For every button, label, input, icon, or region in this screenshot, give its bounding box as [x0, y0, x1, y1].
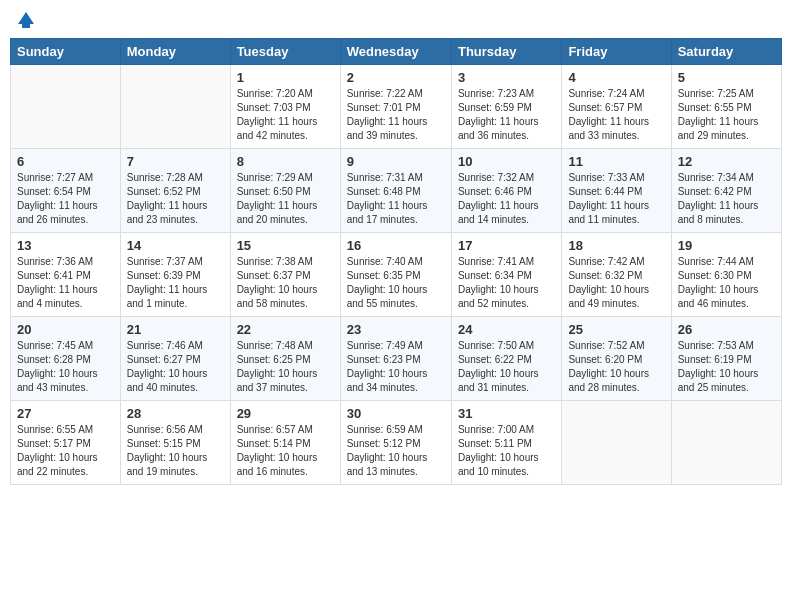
calendar-cell: 10Sunrise: 7:32 AM Sunset: 6:46 PM Dayli… [451, 149, 561, 233]
day-info: Sunrise: 7:38 AM Sunset: 6:37 PM Dayligh… [237, 255, 334, 311]
calendar-cell: 9Sunrise: 7:31 AM Sunset: 6:48 PM Daylig… [340, 149, 451, 233]
calendar-cell [11, 65, 121, 149]
calendar-cell: 4Sunrise: 7:24 AM Sunset: 6:57 PM Daylig… [562, 65, 671, 149]
calendar-cell: 14Sunrise: 7:37 AM Sunset: 6:39 PM Dayli… [120, 233, 230, 317]
day-info: Sunrise: 7:34 AM Sunset: 6:42 PM Dayligh… [678, 171, 775, 227]
calendar-weekday-header: Sunday [11, 39, 121, 65]
day-number: 21 [127, 322, 224, 337]
day-info: Sunrise: 6:56 AM Sunset: 5:15 PM Dayligh… [127, 423, 224, 479]
svg-rect-1 [22, 24, 30, 28]
day-info: Sunrise: 7:37 AM Sunset: 6:39 PM Dayligh… [127, 255, 224, 311]
calendar-cell: 21Sunrise: 7:46 AM Sunset: 6:27 PM Dayli… [120, 317, 230, 401]
day-info: Sunrise: 7:25 AM Sunset: 6:55 PM Dayligh… [678, 87, 775, 143]
day-info: Sunrise: 6:57 AM Sunset: 5:14 PM Dayligh… [237, 423, 334, 479]
calendar-weekday-header: Friday [562, 39, 671, 65]
day-info: Sunrise: 7:50 AM Sunset: 6:22 PM Dayligh… [458, 339, 555, 395]
day-number: 11 [568, 154, 664, 169]
day-info: Sunrise: 7:52 AM Sunset: 6:20 PM Dayligh… [568, 339, 664, 395]
day-info: Sunrise: 7:48 AM Sunset: 6:25 PM Dayligh… [237, 339, 334, 395]
calendar-cell: 23Sunrise: 7:49 AM Sunset: 6:23 PM Dayli… [340, 317, 451, 401]
day-number: 1 [237, 70, 334, 85]
day-number: 4 [568, 70, 664, 85]
day-info: Sunrise: 7:49 AM Sunset: 6:23 PM Dayligh… [347, 339, 445, 395]
day-number: 28 [127, 406, 224, 421]
calendar-cell: 20Sunrise: 7:45 AM Sunset: 6:28 PM Dayli… [11, 317, 121, 401]
calendar-cell: 22Sunrise: 7:48 AM Sunset: 6:25 PM Dayli… [230, 317, 340, 401]
day-number: 13 [17, 238, 114, 253]
day-number: 14 [127, 238, 224, 253]
day-number: 12 [678, 154, 775, 169]
calendar-week-row: 13Sunrise: 7:36 AM Sunset: 6:41 PM Dayli… [11, 233, 782, 317]
day-info: Sunrise: 7:44 AM Sunset: 6:30 PM Dayligh… [678, 255, 775, 311]
day-number: 20 [17, 322, 114, 337]
calendar-cell: 29Sunrise: 6:57 AM Sunset: 5:14 PM Dayli… [230, 401, 340, 485]
calendar-cell: 18Sunrise: 7:42 AM Sunset: 6:32 PM Dayli… [562, 233, 671, 317]
day-number: 10 [458, 154, 555, 169]
calendar-cell: 5Sunrise: 7:25 AM Sunset: 6:55 PM Daylig… [671, 65, 781, 149]
day-info: Sunrise: 7:53 AM Sunset: 6:19 PM Dayligh… [678, 339, 775, 395]
calendar-weekday-header: Monday [120, 39, 230, 65]
calendar-cell: 15Sunrise: 7:38 AM Sunset: 6:37 PM Dayli… [230, 233, 340, 317]
day-info: Sunrise: 7:36 AM Sunset: 6:41 PM Dayligh… [17, 255, 114, 311]
calendar-cell: 26Sunrise: 7:53 AM Sunset: 6:19 PM Dayli… [671, 317, 781, 401]
calendar-cell [120, 65, 230, 149]
day-number: 7 [127, 154, 224, 169]
day-number: 27 [17, 406, 114, 421]
calendar-cell: 3Sunrise: 7:23 AM Sunset: 6:59 PM Daylig… [451, 65, 561, 149]
day-number: 8 [237, 154, 334, 169]
calendar-cell: 12Sunrise: 7:34 AM Sunset: 6:42 PM Dayli… [671, 149, 781, 233]
calendar-week-row: 6Sunrise: 7:27 AM Sunset: 6:54 PM Daylig… [11, 149, 782, 233]
calendar-weekday-header: Wednesday [340, 39, 451, 65]
day-info: Sunrise: 7:42 AM Sunset: 6:32 PM Dayligh… [568, 255, 664, 311]
day-info: Sunrise: 6:55 AM Sunset: 5:17 PM Dayligh… [17, 423, 114, 479]
calendar-cell: 6Sunrise: 7:27 AM Sunset: 6:54 PM Daylig… [11, 149, 121, 233]
day-info: Sunrise: 7:32 AM Sunset: 6:46 PM Dayligh… [458, 171, 555, 227]
day-info: Sunrise: 7:23 AM Sunset: 6:59 PM Dayligh… [458, 87, 555, 143]
calendar-weekday-header: Saturday [671, 39, 781, 65]
calendar-cell: 2Sunrise: 7:22 AM Sunset: 7:01 PM Daylig… [340, 65, 451, 149]
logo-icon [16, 10, 36, 30]
calendar-week-row: 27Sunrise: 6:55 AM Sunset: 5:17 PM Dayli… [11, 401, 782, 485]
calendar-week-row: 20Sunrise: 7:45 AM Sunset: 6:28 PM Dayli… [11, 317, 782, 401]
day-number: 16 [347, 238, 445, 253]
calendar-weekday-header: Tuesday [230, 39, 340, 65]
day-info: Sunrise: 7:00 AM Sunset: 5:11 PM Dayligh… [458, 423, 555, 479]
day-number: 18 [568, 238, 664, 253]
page-header [10, 10, 782, 30]
day-info: Sunrise: 7:41 AM Sunset: 6:34 PM Dayligh… [458, 255, 555, 311]
day-info: Sunrise: 7:28 AM Sunset: 6:52 PM Dayligh… [127, 171, 224, 227]
calendar-cell: 1Sunrise: 7:20 AM Sunset: 7:03 PM Daylig… [230, 65, 340, 149]
calendar-cell: 7Sunrise: 7:28 AM Sunset: 6:52 PM Daylig… [120, 149, 230, 233]
day-number: 15 [237, 238, 334, 253]
calendar-cell: 24Sunrise: 7:50 AM Sunset: 6:22 PM Dayli… [451, 317, 561, 401]
calendar-cell: 8Sunrise: 7:29 AM Sunset: 6:50 PM Daylig… [230, 149, 340, 233]
day-info: Sunrise: 7:29 AM Sunset: 6:50 PM Dayligh… [237, 171, 334, 227]
day-info: Sunrise: 7:22 AM Sunset: 7:01 PM Dayligh… [347, 87, 445, 143]
day-number: 2 [347, 70, 445, 85]
calendar-table: SundayMondayTuesdayWednesdayThursdayFrid… [10, 38, 782, 485]
calendar-week-row: 1Sunrise: 7:20 AM Sunset: 7:03 PM Daylig… [11, 65, 782, 149]
day-number: 3 [458, 70, 555, 85]
day-number: 26 [678, 322, 775, 337]
day-number: 9 [347, 154, 445, 169]
day-number: 24 [458, 322, 555, 337]
calendar-cell: 16Sunrise: 7:40 AM Sunset: 6:35 PM Dayli… [340, 233, 451, 317]
day-info: Sunrise: 7:40 AM Sunset: 6:35 PM Dayligh… [347, 255, 445, 311]
day-info: Sunrise: 7:45 AM Sunset: 6:28 PM Dayligh… [17, 339, 114, 395]
day-info: Sunrise: 7:27 AM Sunset: 6:54 PM Dayligh… [17, 171, 114, 227]
day-info: Sunrise: 6:59 AM Sunset: 5:12 PM Dayligh… [347, 423, 445, 479]
calendar-cell: 17Sunrise: 7:41 AM Sunset: 6:34 PM Dayli… [451, 233, 561, 317]
calendar-cell: 11Sunrise: 7:33 AM Sunset: 6:44 PM Dayli… [562, 149, 671, 233]
day-info: Sunrise: 7:24 AM Sunset: 6:57 PM Dayligh… [568, 87, 664, 143]
day-number: 31 [458, 406, 555, 421]
day-info: Sunrise: 7:33 AM Sunset: 6:44 PM Dayligh… [568, 171, 664, 227]
calendar-cell: 30Sunrise: 6:59 AM Sunset: 5:12 PM Dayli… [340, 401, 451, 485]
day-number: 17 [458, 238, 555, 253]
calendar-cell [671, 401, 781, 485]
calendar-cell: 31Sunrise: 7:00 AM Sunset: 5:11 PM Dayli… [451, 401, 561, 485]
calendar-cell: 19Sunrise: 7:44 AM Sunset: 6:30 PM Dayli… [671, 233, 781, 317]
day-number: 5 [678, 70, 775, 85]
day-number: 22 [237, 322, 334, 337]
calendar-weekday-header: Thursday [451, 39, 561, 65]
day-info: Sunrise: 7:20 AM Sunset: 7:03 PM Dayligh… [237, 87, 334, 143]
